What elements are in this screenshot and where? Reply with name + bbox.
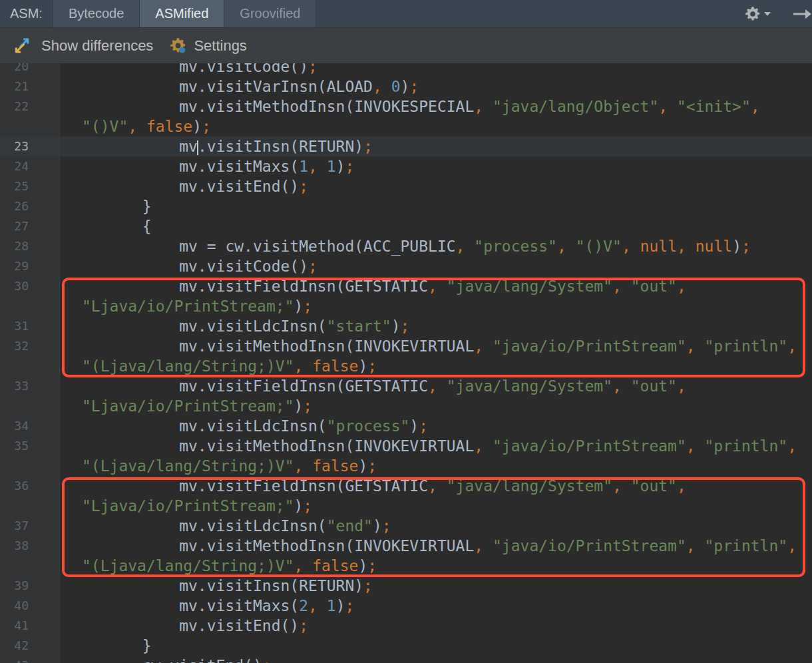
code-line[interactable]: "Ljava/io/PrintStream;"); [60, 396, 812, 416]
line-number: 30 [0, 276, 60, 296]
editor[interactable]: 20 mv.visitCode();21 mv.visitVarInsn(ALO… [0, 63, 812, 663]
tool-window-header: ASM: BytecodeASMifiedGroovified [0, 0, 812, 28]
code-line[interactable]: "Ljava/io/PrintStream;"); [60, 496, 812, 516]
line-number: 21 [0, 77, 60, 97]
code-line[interactable]: "(Ljava/lang/String;)V", false); [60, 356, 812, 376]
code-line[interactable]: { [60, 216, 812, 236]
code-row: 41 mv.visitEnd(); [0, 616, 812, 636]
line-number: 24 [0, 156, 60, 176]
code-row: "(Ljava/lang/String;)V", false); [0, 456, 812, 476]
code-row: 22 mv.visitMethodInsn(INVOKESPECIAL, "ja… [0, 97, 812, 116]
line-number [0, 296, 60, 316]
code-row: 27 { [0, 216, 812, 236]
show-differences-label: Show differences [41, 37, 153, 55]
code-row: 35 mv.visitMethodInsn(INVOKEVIRTUAL, "ja… [0, 436, 812, 456]
line-number: 40 [0, 596, 60, 616]
code-line[interactable]: mv.visitCode(); [60, 256, 812, 276]
code-line[interactable]: "Ljava/io/PrintStream;"); [60, 296, 812, 316]
code-line[interactable]: } [60, 196, 812, 216]
code-line[interactable]: mv.visitInsn(RETURN); [60, 576, 812, 596]
line-number: 32 [0, 336, 60, 356]
code-row: 37 mv.visitLdcInsn("end"); [0, 516, 812, 536]
line-number: 20 [0, 63, 60, 77]
code-line[interactable]: mv.visitFieldInsn(GETSTATIC, "java/lang/… [60, 476, 812, 496]
tab-groovified[interactable]: Groovified [224, 0, 316, 27]
code-rows: 20 mv.visitCode();21 mv.visitVarInsn(ALO… [0, 63, 812, 663]
show-differences-button[interactable]: ↗↙ Show differences [12, 36, 153, 56]
code-row: "(Ljava/lang/String;)V", false); [0, 356, 812, 376]
tab-list: BytecodeASMifiedGroovified [53, 0, 317, 27]
code-row: 34 mv.visitLdcInsn("process"); [0, 416, 812, 436]
line-number [0, 456, 60, 476]
code-row: 24 mv.visitMaxs(1, 1); [0, 156, 812, 176]
code-row: 21 mv.visitVarInsn(ALOAD, 0); [0, 77, 812, 97]
settings-button[interactable]: Settings [169, 37, 247, 55]
code-line[interactable]: mv.visitLdcInsn("start"); [60, 316, 812, 336]
code-line[interactable]: } [60, 636, 812, 656]
code-row: 29 mv.visitCode(); [0, 256, 812, 276]
code-row: "(Ljava/lang/String;)V", false); [0, 556, 812, 576]
code-line[interactable]: mv.visitEnd(); [60, 616, 812, 636]
line-number: 35 [0, 436, 60, 456]
gear-icon [744, 5, 761, 23]
code-line[interactable]: mv.visitLdcInsn("end"); [60, 516, 812, 536]
code-line[interactable]: mv.visitMethodInsn(INVOKEVIRTUAL, "java/… [60, 436, 812, 456]
code-line[interactable]: cw.visitEnd(); [60, 656, 812, 663]
code-line[interactable]: mv.visitEnd(); [60, 176, 812, 196]
code-line[interactable]: "(Ljava/lang/String;)V", false); [60, 456, 812, 476]
line-number: 42 [0, 636, 60, 656]
line-number: 25 [0, 176, 60, 196]
line-number [0, 556, 60, 576]
code-line[interactable]: mv.visitFieldInsn(GETSTATIC, "java/lang/… [60, 376, 812, 396]
tool-window-title: ASM: [0, 0, 53, 27]
line-number: 37 [0, 516, 60, 536]
line-number [0, 356, 60, 376]
code-row: 42 } [0, 636, 812, 656]
gear-button[interactable] [744, 5, 771, 23]
line-number: 31 [0, 316, 60, 336]
code-row: "()V", false); [0, 116, 812, 136]
code-line[interactable]: mv = cw.visitMethod(ACC_PUBLIC, "process… [60, 236, 812, 256]
hide-icon [792, 5, 812, 23]
code-row: 36 mv.visitFieldInsn(GETSTATIC, "java/la… [0, 476, 812, 496]
code-row: 32 mv.visitMethodInsn(INVOKEVIRTUAL, "ja… [0, 336, 812, 356]
code-line[interactable]: mv.visitLdcInsn("process"); [60, 416, 812, 436]
code-line[interactable]: "(Ljava/lang/String;)V", false); [60, 556, 812, 576]
code-row: 33 mv.visitFieldInsn(GETSTATIC, "java/la… [0, 376, 812, 396]
code-row: 23 mv.visitInsn(RETURN); [0, 136, 812, 156]
diff-icon: ↗↙ [12, 36, 35, 56]
line-number [0, 496, 60, 516]
code-row: "Ljava/io/PrintStream;"); [0, 496, 812, 516]
code-line[interactable]: mv.visitVarInsn(ALOAD, 0); [60, 77, 812, 97]
code-row: "Ljava/io/PrintStream;"); [0, 396, 812, 416]
code-line[interactable]: mv.visitCode(); [60, 63, 812, 77]
code-row: 38 mv.visitMethodInsn(INVOKEVIRTUAL, "ja… [0, 536, 812, 556]
line-number: 27 [0, 216, 60, 236]
toolbar: ↗↙ Show differences Settings [0, 28, 812, 63]
code-line[interactable]: mv.visitMethodInsn(INVOKEVIRTUAL, "java/… [60, 336, 812, 356]
code-line[interactable]: "()V", false); [60, 116, 812, 136]
tab-asmified[interactable]: ASMified [139, 0, 224, 27]
settings-gear-icon [169, 37, 187, 55]
line-number: 22 [0, 97, 60, 116]
code-row: 40 mv.visitMaxs(2, 1); [0, 596, 812, 616]
hide-panel-button[interactable] [792, 5, 812, 25]
line-number: 41 [0, 616, 60, 636]
code-row: 30 mv.visitFieldInsn(GETSTATIC, "java/la… [0, 276, 812, 296]
code-line[interactable]: mv.visitMaxs(2, 1); [60, 596, 812, 616]
code-line[interactable]: mv.visitFieldInsn(GETSTATIC, "java/lang/… [60, 276, 812, 296]
code-line[interactable]: mv.visitMethodInsn(INVOKEVIRTUAL, "java/… [60, 536, 812, 556]
line-number: 26 [0, 196, 60, 216]
code-row: 39 mv.visitInsn(RETURN); [0, 576, 812, 596]
tab-bytecode[interactable]: Bytecode [53, 0, 139, 27]
code-row: 43 cw.visitEnd(); [0, 656, 812, 663]
code-row: 26 } [0, 196, 812, 216]
code-line[interactable]: mv.visitInsn(RETURN); [60, 136, 812, 156]
code-row: 31 mv.visitLdcInsn("start"); [0, 316, 812, 336]
code-line[interactable]: mv.visitMethodInsn(INVOKESPECIAL, "java/… [60, 97, 812, 116]
code-line[interactable]: mv.visitMaxs(1, 1); [60, 156, 812, 176]
code-row: 20 mv.visitCode(); [0, 63, 812, 77]
settings-label: Settings [194, 37, 247, 55]
code-row: 25 mv.visitEnd(); [0, 176, 812, 196]
code-row: "Ljava/io/PrintStream;"); [0, 296, 812, 316]
